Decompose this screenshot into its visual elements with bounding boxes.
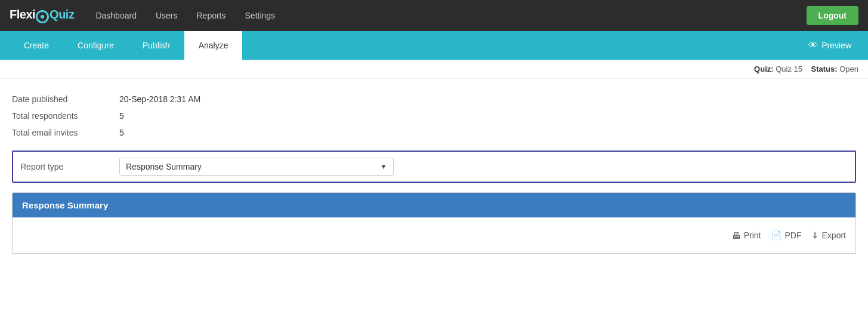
response-summary-header: Response Summary [13, 193, 855, 217]
info-table: Date published 20-Sep-2018 2:31 AM Total… [12, 91, 856, 141]
tab-configure[interactable]: Configure [63, 31, 128, 60]
export-label: Export [822, 231, 846, 240]
report-type-row: Report type Response Summary ▼ [12, 151, 856, 183]
main-content: Date published 20-Sep-2018 2:31 AM Total… [0, 79, 868, 254]
tab-analyze[interactable]: Analyze [184, 31, 243, 60]
total-email-invites-label: Total email invites [12, 128, 119, 137]
total-respondents-row: Total respondents 5 [12, 108, 856, 124]
logo-flexi: Flexi [10, 8, 35, 21]
tab-create[interactable]: Create [10, 31, 63, 60]
response-summary-body: 🖶 Print 📄 PDF ⇓ Export [13, 217, 855, 253]
total-email-invites-value: 5 [119, 128, 124, 137]
nav-users[interactable]: Users [149, 7, 185, 24]
action-buttons: 🖶 Print 📄 PDF ⇓ Export [732, 230, 846, 241]
quiz-status-bar: Quiz: Quiz 15 Status: Open [0, 60, 868, 79]
logo-text: FlexiQuiz [10, 8, 74, 23]
tab-publish[interactable]: Publish [128, 31, 184, 60]
total-respondents-label: Total respondents [12, 111, 119, 121]
export-icon: ⇓ [811, 230, 819, 241]
quiz-label: Quiz: [754, 65, 774, 73]
sub-navigation: Create Configure Publish Analyze 👁 Previ… [0, 31, 868, 60]
logo: FlexiQuiz [10, 8, 74, 23]
date-published-row: Date published 20-Sep-2018 2:31 AM [12, 91, 856, 108]
report-type-label: Report type [20, 162, 119, 171]
logo-circle-icon [36, 10, 49, 23]
pdf-button[interactable]: 📄 PDF [771, 230, 802, 241]
export-button[interactable]: ⇓ Export [811, 230, 846, 241]
response-summary-title: Response Summary [22, 200, 108, 210]
logo-quiz-text: Quiz [50, 8, 74, 21]
top-navigation: FlexiQuiz Dashboard Users Reports Settin… [0, 0, 868, 31]
nav-settings[interactable]: Settings [238, 7, 283, 24]
pdf-icon: 📄 [771, 230, 782, 241]
nav-reports[interactable]: Reports [189, 7, 233, 24]
preview-label: Preview [821, 41, 851, 50]
status-label: Status: [811, 65, 838, 73]
total-respondents-value: 5 [119, 111, 124, 121]
status-value: Open [839, 65, 858, 73]
preview-button[interactable]: 👁 Preview [801, 31, 858, 60]
print-button[interactable]: 🖶 Print [732, 231, 761, 241]
print-label: Print [744, 231, 761, 240]
total-email-invites-row: Total email invites 5 [12, 124, 856, 141]
chevron-down-icon: ▼ [380, 162, 387, 171]
print-icon: 🖶 [732, 231, 741, 241]
quiz-value: Quiz 15 [776, 65, 802, 73]
eye-icon: 👁 [808, 40, 818, 51]
report-type-selected-value: Response Summary [126, 162, 202, 171]
logout-button[interactable]: Logout [807, 6, 858, 25]
report-type-select[interactable]: Response Summary ▼ [119, 158, 394, 176]
date-published-value: 20-Sep-2018 2:31 AM [119, 94, 200, 104]
nav-links: Dashboard Users Reports Settings [88, 7, 806, 24]
nav-dashboard[interactable]: Dashboard [88, 7, 144, 24]
pdf-label: PDF [785, 231, 802, 240]
date-published-label: Date published [12, 94, 119, 104]
response-summary-section: Response Summary 🖶 Print 📄 PDF ⇓ Export [12, 192, 856, 254]
